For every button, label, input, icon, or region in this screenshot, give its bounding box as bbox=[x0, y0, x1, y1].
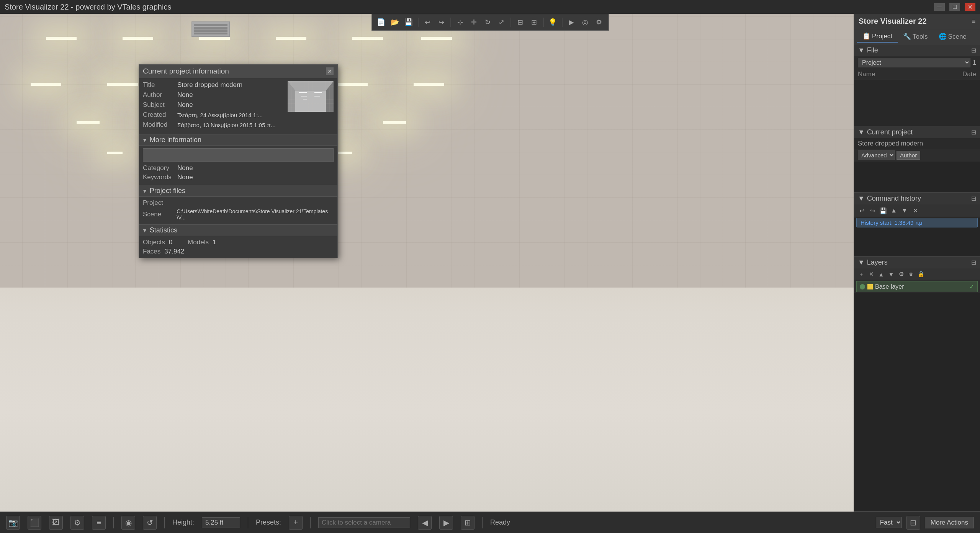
orbit-button[interactable]: ◉ bbox=[121, 516, 135, 530]
current-project-content-area bbox=[854, 162, 980, 192]
light-fixture bbox=[199, 37, 230, 40]
layer-move-up-button[interactable]: ▲ bbox=[877, 270, 885, 278]
project-dropdown-row: Project 1 bbox=[854, 56, 980, 69]
layer-lock-button[interactable]: 🔒 bbox=[917, 270, 925, 278]
created-value: Τετάρτη, 24 Δεκεμβρίου 2014 1:... bbox=[177, 112, 263, 118]
current-project-header[interactable]: ▼ Current project ⊟ bbox=[854, 126, 980, 138]
scale-button[interactable]: ⤢ bbox=[495, 16, 507, 28]
toolbar-sep-2 bbox=[450, 18, 451, 27]
layer-add-button[interactable]: + bbox=[857, 270, 865, 278]
layers-toolbar: + ✕ ▲ ▼ ⚙ 👁 🔒 bbox=[854, 268, 980, 280]
maximize-button[interactable]: □ bbox=[949, 3, 960, 11]
command-history-header[interactable]: ▼ Command history ⊟ bbox=[854, 193, 980, 204]
ch-save-state-button[interactable]: 💾 bbox=[879, 206, 888, 215]
main-toolbar: 📄 📂 💾 ↩ ↪ ⊹ ✛ ↻ ⤢ ⊟ ⊞ 💡 ▶ ◎ ⚙ bbox=[371, 14, 609, 31]
grid-toggle-button[interactable]: ⊞ bbox=[461, 516, 474, 530]
base-layer-item[interactable]: Base layer ✓ bbox=[856, 281, 978, 292]
ready-status: Ready bbox=[490, 518, 510, 526]
status-sep-3 bbox=[248, 517, 248, 528]
modified-value: Σάββατο, 13 Νοεμβρίου 2015 1:05 π... bbox=[177, 122, 276, 128]
ch-down-button[interactable]: ▼ bbox=[900, 206, 909, 215]
play-button[interactable]: ▶ bbox=[565, 16, 578, 28]
layer-move-down-button[interactable]: ▼ bbox=[887, 270, 895, 278]
panel-nav: 📋 Project 🔧 Tools 🌐 Scene bbox=[854, 29, 980, 44]
author-button[interactable]: Author bbox=[897, 151, 920, 160]
ch-delete-button[interactable]: ✕ bbox=[911, 206, 920, 215]
history-item[interactable]: History start: 1:38:49 πμ bbox=[856, 218, 978, 227]
move-button[interactable]: ✛ bbox=[468, 16, 480, 28]
select-button[interactable]: ⊹ bbox=[454, 16, 466, 28]
statistics-section-header[interactable]: ▼ Statistics bbox=[139, 224, 337, 236]
rotate-button[interactable]: ↻ bbox=[481, 16, 494, 28]
layout-button[interactable]: ⊟ bbox=[906, 516, 920, 530]
undo-button[interactable]: ↩ bbox=[421, 16, 434, 28]
light-button[interactable]: 💡 bbox=[546, 16, 559, 28]
svg-marker-2 bbox=[288, 81, 295, 112]
settings-button[interactable]: ⚙ bbox=[593, 16, 605, 28]
insert-button[interactable]: ⊞ bbox=[528, 16, 540, 28]
layer-eye-button[interactable]: 👁 bbox=[907, 270, 915, 278]
title-field-row: Title Store dropped modern bbox=[143, 81, 284, 89]
file-list-area[interactable] bbox=[854, 80, 980, 126]
description-textarea[interactable] bbox=[143, 148, 334, 162]
cp-collapse-arrow: ▼ bbox=[858, 128, 865, 136]
prev-camera-button[interactable]: ◀ bbox=[418, 516, 432, 530]
panel-options-button[interactable]: ≡ bbox=[972, 18, 975, 25]
open-file-button[interactable]: 📂 bbox=[389, 16, 401, 28]
add-preset-button[interactable]: + bbox=[289, 516, 303, 530]
project-files-content: Project Scene C:\Users\WhiteDeath\Docume… bbox=[139, 197, 337, 224]
dialog-close-button[interactable]: ✕ bbox=[326, 67, 334, 75]
svg-rect-8 bbox=[314, 96, 320, 96]
close-button[interactable]: ✕ bbox=[965, 3, 975, 11]
project-dropdown[interactable]: Project bbox=[858, 58, 970, 67]
file-section-header[interactable]: ▼ File ⊟ bbox=[854, 44, 980, 56]
layers-expand-button[interactable]: ⊟ bbox=[971, 259, 976, 266]
group-button[interactable]: ⊟ bbox=[514, 16, 526, 28]
layers-collapse-arrow: ▼ bbox=[858, 258, 865, 266]
ch-undo-button[interactable]: ↩ bbox=[857, 206, 866, 215]
more-actions-button[interactable]: More Actions bbox=[925, 517, 974, 528]
light-fixture bbox=[77, 121, 100, 124]
file-section-expand-button[interactable]: ⊟ bbox=[971, 47, 976, 54]
quality-dropdown[interactable]: Fast bbox=[876, 517, 902, 528]
ch-redo-button[interactable]: ↪ bbox=[868, 206, 877, 215]
models-value: 1 bbox=[213, 239, 216, 246]
ch-up-button[interactable]: ▲ bbox=[889, 206, 898, 215]
project-files-section-header[interactable]: ▼ Project files bbox=[139, 185, 337, 197]
file-section-controls: ⊟ bbox=[971, 47, 976, 54]
next-camera-button[interactable]: ▶ bbox=[439, 516, 453, 530]
title-label: Title bbox=[143, 81, 177, 89]
status-camera-button[interactable]: 📷 bbox=[6, 516, 20, 530]
command-history-section: ▼ Command history ⊟ ↩ ↪ 💾 ▲ ▼ ✕ History … bbox=[854, 193, 980, 257]
command-history-expand-button[interactable]: ⊟ bbox=[971, 195, 976, 202]
status-texture-button[interactable]: 🖼 bbox=[49, 516, 63, 530]
layer-settings-button[interactable]: ⚙ bbox=[897, 270, 905, 278]
tab-project[interactable]: 📋 Project bbox=[857, 31, 898, 43]
camera-input[interactable] bbox=[318, 517, 410, 528]
layers-section: ▼ Layers ⊟ + ✕ ▲ ▼ ⚙ 👁 🔒 Base layer ✓ bbox=[854, 257, 980, 512]
toolbar-sep-3 bbox=[510, 18, 511, 27]
toolbar-sep-5 bbox=[562, 18, 562, 27]
minimize-button[interactable]: ─ bbox=[934, 3, 945, 11]
layers-header[interactable]: ▼ Layers ⊟ bbox=[854, 257, 980, 268]
modified-label: Modified bbox=[143, 121, 177, 129]
redo-button[interactable]: ↪ bbox=[435, 16, 447, 28]
more-info-section-header[interactable]: ▼ More information bbox=[139, 134, 337, 146]
status-perspective-button[interactable]: ⬛ bbox=[28, 516, 41, 530]
height-input[interactable] bbox=[202, 517, 240, 528]
command-history-list[interactable]: History start: 1:38:49 πμ bbox=[854, 218, 980, 256]
faces-stat: Faces 37.942 bbox=[143, 248, 184, 255]
render-button[interactable]: ◎ bbox=[579, 16, 591, 28]
advanced-dropdown[interactable]: Advanced bbox=[858, 150, 895, 160]
new-file-button[interactable]: 📄 bbox=[375, 16, 387, 28]
status-settings-button[interactable]: ⚙ bbox=[70, 516, 84, 530]
status-list-button[interactable]: ≡ bbox=[92, 516, 106, 530]
reset-view-button[interactable]: ↺ bbox=[143, 516, 157, 530]
tab-tools[interactable]: 🔧 Tools bbox=[898, 31, 933, 43]
light-fixture bbox=[276, 37, 306, 40]
layer-delete-button[interactable]: ✕ bbox=[867, 270, 875, 278]
current-project-expand-button[interactable]: ⊟ bbox=[971, 129, 976, 136]
save-button[interactable]: 💾 bbox=[402, 16, 415, 28]
tab-scene[interactable]: 🌐 Scene bbox=[933, 31, 972, 43]
light-fixture bbox=[337, 83, 368, 86]
